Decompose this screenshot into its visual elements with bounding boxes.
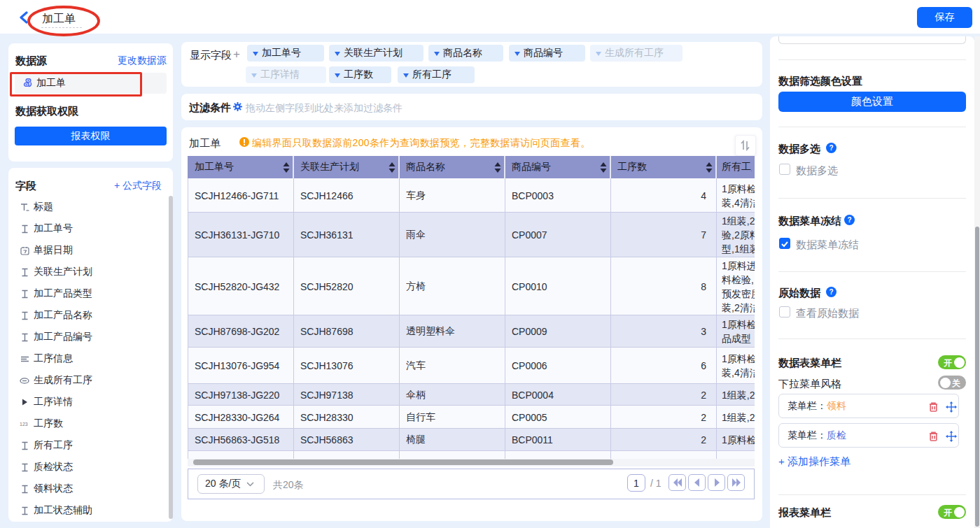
svg-text:?: ?	[829, 144, 833, 152]
svg-text:123: 123	[20, 422, 28, 427]
svg-text:?: ?	[829, 288, 833, 296]
svg-text:?: ?	[847, 216, 851, 224]
